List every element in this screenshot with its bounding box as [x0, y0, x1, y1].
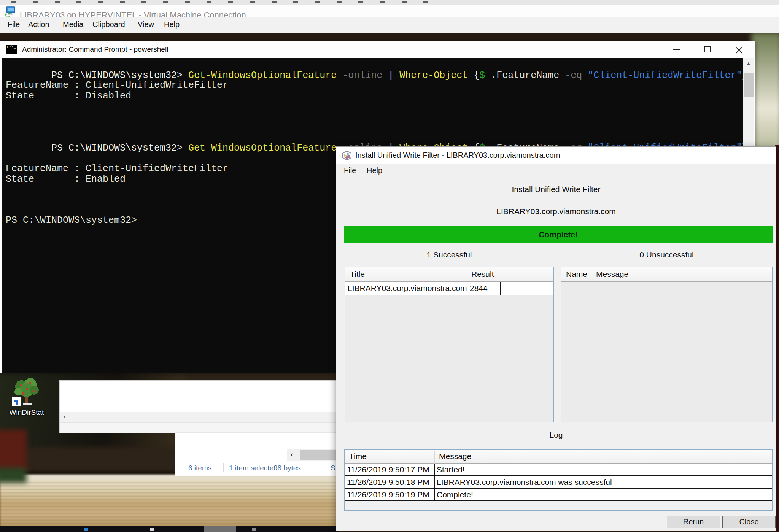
log-row[interactable]: 11/26/2019 9:50:17 PM Started!	[345, 464, 772, 476]
successful-table-header: Title Result	[345, 267, 553, 282]
scrollbar-thumb[interactable]	[744, 73, 754, 97]
column-header-title[interactable]: Title	[350, 270, 365, 279]
unsuccessful-count-label: 0 Unsuccessful	[561, 250, 773, 259]
explorer-footer-strip	[60, 422, 337, 433]
wallpaper-page-streaks	[0, 482, 339, 524]
status-separator	[325, 463, 325, 472]
console-minimize-button[interactable]	[665, 41, 688, 58]
console-close-button[interactable]	[727, 41, 751, 58]
status-banner-text: Complete!	[539, 230, 578, 239]
explorer-window-bottom: ‹ 6 items 1 item selected 98 bytes S	[175, 433, 337, 476]
vm-menu-view[interactable]: View	[138, 20, 154, 29]
vm-connection-screen: LIBRARY03 on HYPERVINTEL - Virtual Machi…	[0, 0, 779, 532]
console-output-line: State : Disabled	[6, 91, 131, 102]
column-header-name[interactable]: Name	[566, 270, 587, 279]
dialog-heading: Install Unified Write Filter	[336, 185, 776, 194]
taskbar-icon[interactable]	[84, 528, 88, 531]
cell-message: LIBRARY03.corp.viamonstra.com was succes…	[437, 478, 612, 487]
column-divider	[467, 268, 467, 281]
cell-divider	[434, 464, 435, 475]
console-output-line: FeatureName : Client-UnifiedWriteFilter	[6, 80, 228, 91]
scroll-left-icon[interactable]: ‹	[64, 413, 66, 421]
vm-menu-action[interactable]: Action	[28, 20, 49, 29]
vm-menu-file[interactable]: File	[8, 20, 20, 29]
vm-menu-media[interactable]: Media	[63, 20, 83, 29]
taskbar-icon[interactable]	[150, 528, 154, 531]
column-divider	[613, 451, 613, 464]
cmd-icon: C:\_	[6, 45, 17, 54]
log-row[interactable]: 11/26/2019 9:50:19 PM Complete!	[345, 489, 772, 501]
table-row[interactable]: LIBRARY03.corp.viamonstra.com 2844	[345, 282, 553, 295]
cell-time: 11/26/2019 9:50:19 PM	[347, 490, 429, 499]
column-divider	[496, 268, 496, 281]
column-header-message[interactable]: Message	[439, 452, 471, 461]
cell-divider	[434, 489, 435, 500]
status-item-count: 6 items	[188, 464, 211, 472]
status-separator	[223, 463, 224, 472]
cell-time: 11/26/2019 9:50:17 PM	[347, 465, 429, 474]
cell-time: 11/26/2019 9:50:18 PM	[347, 478, 429, 487]
explorer-fragment-window: ‹	[59, 380, 337, 433]
status-item-truncated: S	[331, 464, 335, 472]
scroll-up-icon[interactable]: ▲	[743, 60, 754, 67]
column-header-message[interactable]: Message	[596, 270, 628, 279]
cell-divider	[496, 282, 496, 295]
log-new-row-strip	[345, 501, 772, 510]
column-header-result[interactable]: Result	[471, 270, 494, 279]
scrollbar-thumb[interactable]	[300, 450, 337, 460]
successful-table[interactable]: Title Result LIBRARY03.corp.viamonstra.c…	[345, 267, 554, 422]
horizontal-scrollbar[interactable]: ‹	[287, 449, 337, 461]
console-output-line: State : Enabled	[6, 174, 126, 185]
status-banner: Complete!	[344, 226, 773, 243]
cell-divider	[613, 464, 613, 475]
status-selected-size: 98 bytes	[273, 464, 301, 472]
cell-title: LIBRARY03.corp.viamonstra.com	[348, 284, 467, 293]
cell-result: 2844	[470, 284, 488, 293]
status-selected-count: 1 item selected	[229, 464, 278, 472]
column-header-time[interactable]: Time	[349, 452, 367, 461]
uwf-app-icon	[342, 150, 352, 161]
rerun-button[interactable]: Rerun	[667, 516, 720, 528]
dialog-title: Install Unified Write Filter - LIBRARY03…	[355, 151, 560, 160]
taskbar-button[interactable]	[204, 526, 236, 532]
windirstat-tree-icon	[12, 377, 41, 408]
cell-message: Started!	[437, 465, 465, 474]
dialog-menu-file[interactable]: File	[344, 166, 356, 175]
console-titlebar[interactable]: C:\_ Administrator: Command Prompt - pow…	[0, 41, 755, 58]
close-button[interactable]: Close	[722, 516, 776, 528]
explorer-status-bar: 6 items 1 item selected 98 bytes S	[175, 461, 337, 476]
vm-menubar: File Action Media Clipboard View Help	[0, 17, 779, 33]
dialog-menubar: File Help	[336, 164, 776, 178]
console-prompt-line: PS C:\WINDOWS\system32>	[6, 215, 137, 226]
current-cell-marker	[500, 282, 501, 295]
column-divider	[434, 451, 435, 464]
unsuccessful-table-header: Name Message	[561, 267, 772, 282]
cell-divider	[613, 489, 613, 500]
taskbar-icon[interactable]	[252, 528, 256, 531]
dialog-target-host: LIBRARY03.corp.viamonstra.com	[336, 207, 776, 216]
vm-titlebar[interactable]: LIBRARY03 on HYPERVINTEL - Virtual Machi…	[0, 5, 779, 17]
desktop-shortcut-windirstat[interactable]: WinDirStat	[5, 377, 48, 420]
scroll-left-icon[interactable]: ‹	[291, 451, 293, 459]
log-row[interactable]: 11/26/2019 9:50:18 PM LIBRARY03.corp.via…	[345, 476, 772, 489]
maximize-icon	[704, 46, 711, 52]
unsuccessful-table[interactable]: Name Message	[561, 267, 773, 422]
uwf-dialog-window: Install Unified Write Filter - LIBRARY03…	[336, 146, 776, 531]
minimize-icon	[673, 49, 680, 50]
shortcut-label: WinDirStat	[5, 408, 48, 417]
background-window-sliver	[11, 1, 437, 3]
console-maximize-button[interactable]	[696, 41, 719, 58]
vm-menu-help[interactable]: Help	[164, 20, 180, 29]
cell-message: Complete!	[437, 490, 473, 499]
vm-menu-clipboard[interactable]: Clipboard	[92, 20, 125, 29]
horizontal-scrollbar[interactable]: ‹	[60, 412, 337, 422]
log-table[interactable]: Time Message 11/26/2019 9:50:17 PM Start…	[344, 449, 773, 511]
close-icon	[736, 46, 742, 53]
dialog-titlebar[interactable]: Install Unified Write Filter - LIBRARY03…	[336, 147, 776, 164]
successful-count-label: 1 Successful	[345, 250, 554, 259]
dialog-menu-help[interactable]: Help	[367, 166, 382, 175]
console-window-title: Administrator: Command Prompt - powershe…	[22, 45, 168, 54]
column-divider	[591, 268, 591, 281]
log-section-label: Log	[336, 430, 776, 440]
cell-divider	[467, 282, 467, 295]
